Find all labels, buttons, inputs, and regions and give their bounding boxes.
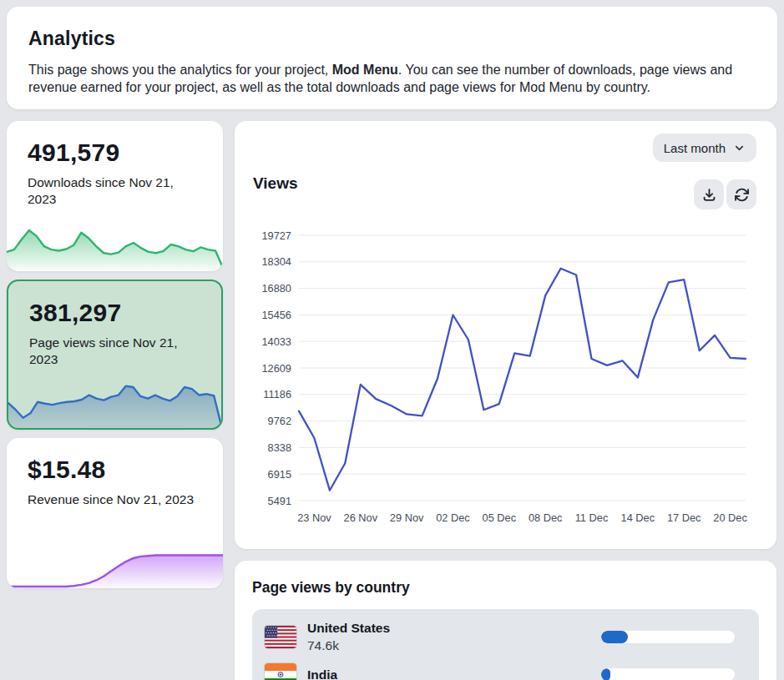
svg-text:17 Dec: 17 Dec [667,511,701,524]
country-name: United States [307,621,390,636]
page-description: This page shows you the analytics for yo… [28,61,756,96]
page-title: Analytics [28,28,756,50]
svg-text:23 Nov: 23 Nov [297,511,331,524]
svg-text:18304: 18304 [261,255,291,268]
views-line-chart: 1972718304168801545614033126091118697628… [243,228,765,535]
svg-text:11 Dec: 11 Dec [575,511,609,524]
svg-text:12609: 12609 [261,362,291,375]
revenue-sparkline [7,531,223,588]
svg-text:14033: 14033 [261,335,291,348]
download-icon [701,187,717,203]
svg-text:20 Dec: 20 Dec [713,511,747,524]
chevron-down-icon [733,142,746,154]
country-panel-title: Page views by country [252,579,759,597]
svg-text:19727: 19727 [261,229,291,242]
us-flag-icon [265,626,296,648]
svg-text:05 Dec: 05 Dec [483,511,517,524]
chart-title: Views [253,174,298,193]
svg-text:02 Dec: 02 Dec [436,511,470,524]
stat-card-revenue[interactable]: $15.48 Revenue since Nov 21, 2023 [7,438,223,588]
page-views-count: 381,297 [29,299,122,327]
country-progress-bar [601,631,735,643]
country-progress-fill [601,668,610,680]
date-range-value: Last month [664,141,726,155]
svg-text:26 Nov: 26 Nov [344,511,378,524]
svg-text:9762: 9762 [268,415,291,427]
svg-text:8338: 8338 [268,441,291,454]
country-name: India [307,667,337,680]
country-row: United States74.6k [264,616,747,658]
svg-text:6915: 6915 [268,468,291,481]
stat-card-page-views[interactable]: 381,297 Page views since Nov 21, 2023 [7,280,223,430]
project-name: Mod Menu [332,63,398,77]
date-range-select[interactable]: Last month [653,133,756,162]
svg-text:11186: 11186 [263,388,291,400]
revenue-label: Revenue since Nov 21, 2023 [28,491,200,508]
svg-text:5491: 5491 [268,495,291,507]
country-list: United States74.6kIndia [252,609,759,680]
svg-text:15456: 15456 [261,309,291,321]
downloads-sparkline [7,214,223,271]
views-chart-card: Last month Views 19727183041688015456140… [235,121,776,549]
svg-text:14 Dec: 14 Dec [621,511,655,524]
svg-text:16880: 16880 [261,282,291,295]
header-card: Analytics This page shows you the analyt… [7,7,777,109]
svg-text:29 Nov: 29 Nov [390,511,424,524]
stat-card-downloads[interactable]: 491,579 Downloads since Nov 21, 2023 [7,121,223,271]
page-views-label: Page views since Nov 21, 2023 [29,335,202,367]
page-views-sparkline [8,371,221,428]
svg-text:08 Dec: 08 Dec [529,511,563,524]
downloads-count: 491,579 [28,139,120,167]
country-progress-bar [601,668,735,680]
downloads-label: Downloads since Nov 21, 2023 [28,174,200,207]
revenue-amount: $15.48 [28,456,106,484]
country-progress-fill [601,631,628,643]
download-chart-button[interactable] [694,179,724,209]
country-stats-card: Page views by country United States74.6k… [235,561,776,680]
country-page-views-value: 74.6k [307,638,390,653]
refresh-chart-button[interactable] [726,179,756,209]
refresh-icon [734,187,750,203]
country-row: India [264,658,747,680]
description-text: This page shows you the analytics for yo… [28,63,332,77]
in-flag-icon [265,663,296,680]
